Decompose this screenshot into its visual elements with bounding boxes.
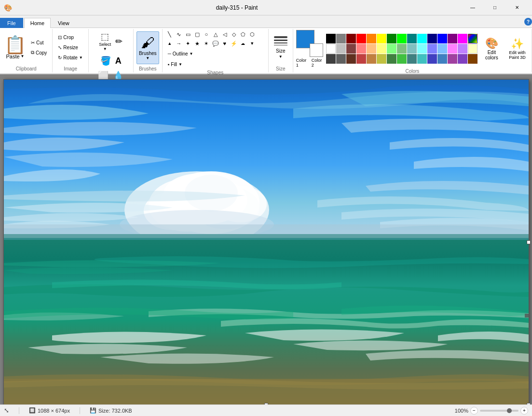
rotate-dropdown-icon[interactable]: ▼ [79,55,83,60]
swatch-steelblue[interactable] [437,54,447,64]
swatch-orange[interactable] [367,34,376,43]
swatch-maroon2[interactable] [468,54,477,64]
pentagon-shape[interactable]: ⬠ [239,30,247,39]
swatch-gray[interactable] [336,34,346,43]
swatch-teal[interactable] [407,34,417,43]
swatch-darkgreen2[interactable] [387,54,396,64]
swatch-rainbow[interactable] [468,34,477,43]
cloud-shape[interactable]: ☁ [239,39,247,48]
swatch-lavender[interactable] [458,44,467,54]
zoom-in-button[interactable]: + [520,407,528,415]
swatch-lightcyan2[interactable] [407,44,417,54]
minimize-button[interactable]: — [462,0,484,15]
swatch-pink[interactable] [356,44,366,54]
swatch-white[interactable] [326,44,336,54]
swatch-darkpink[interactable] [356,54,366,64]
line-shape[interactable]: ╲ [165,30,174,39]
fill-shape-button[interactable]: ▪ Fill ▼ [165,59,196,69]
swatch-lightpink2[interactable] [448,44,457,54]
canvas-area[interactable] [0,74,532,404]
painting[interactable] [4,80,529,404]
zoom-out-button[interactable]: − [470,407,478,415]
tab-view[interactable]: View [52,18,76,28]
tab-home[interactable]: Home [24,18,51,28]
swatch-darkred[interactable] [346,34,356,43]
curve-shape[interactable]: ∿ [175,30,183,39]
resize-button[interactable]: ⤡ Resize [55,43,81,53]
swatch-lightorange[interactable] [367,44,376,54]
swatch-lightcyan[interactable] [417,44,427,54]
zoom-thumb[interactable] [507,408,512,413]
rect-shape[interactable]: ▭ [184,30,192,39]
swatch-lightgreen2[interactable] [387,44,396,54]
swatch-cream[interactable] [468,44,477,54]
color2-box[interactable] [310,43,323,57]
tab-file[interactable]: File [0,18,23,28]
swatch-lightyellow[interactable] [377,44,386,54]
paste-button[interactable]: 📋 Paste ▼ [3,35,27,61]
resize-handle-bottom[interactable] [264,403,268,404]
help-button[interactable]: ? [524,18,532,26]
swatch-darkblue2[interactable] [427,54,437,64]
select-button[interactable]: ⬚ Select ▼ [97,30,112,53]
resize-handle-corner[interactable] [527,403,531,404]
brushes-button[interactable]: 🖌 Brushes ▼ [136,31,159,64]
swatch-magenta[interactable] [458,34,467,43]
swatch-medgray[interactable] [336,54,346,64]
hexagon-shape[interactable]: ⬡ [248,30,257,39]
swatch-medgreen2[interactable] [397,54,407,64]
arrow-shape[interactable]: → [175,39,183,48]
copy-button[interactable]: ⧉ Copy [28,48,49,57]
callout-shape[interactable]: 💬 [211,39,220,48]
heart-shape[interactable]: ♥ [220,39,229,48]
swatch-blue[interactable] [437,34,447,43]
maximize-button[interactable]: □ [484,0,506,15]
size-selector[interactable]: Size ▼ [272,31,290,64]
swatch-cyan[interactable] [417,34,427,43]
crop-button[interactable]: ⊡ Crop [55,33,76,42]
swatch-darkbrown2[interactable] [346,54,356,64]
swatch-indigo[interactable] [458,54,467,64]
close-button[interactable]: ✕ [506,0,528,15]
more2-shapes[interactable]: ▼ [248,39,257,48]
swatch-darkyellow[interactable] [377,54,386,64]
outline-button[interactable]: ─ Outline ▼ [165,49,196,58]
lightning-shape[interactable]: ⚡ [230,39,238,48]
swatch-silver[interactable] [336,44,346,54]
pencil-button[interactable]: ✏ [114,35,124,48]
swatch-lime[interactable] [397,34,407,43]
paste-dropdown-icon[interactable]: ▼ [21,54,25,58]
diamond-shape[interactable]: ◇ [230,30,238,39]
resize-handle-right[interactable] [527,240,531,244]
ellipse-shape[interactable]: ○ [202,30,211,39]
swatch-darkorange[interactable] [367,54,376,64]
swatch-yellow[interactable] [377,34,386,43]
star6-shape[interactable]: ✶ [202,39,211,48]
swatch-brown2[interactable] [346,44,356,54]
star4-shape[interactable]: ✦ [184,39,192,48]
swatch-medgreen[interactable] [397,44,407,54]
swatch-skyblue[interactable] [437,44,447,54]
triangle-shape[interactable]: △ [211,30,220,39]
swatch-red[interactable] [356,34,366,43]
swatch-navy[interactable] [427,34,437,43]
text-button[interactable]: A [114,55,123,68]
rtriangle-shape[interactable]: ◁ [220,30,229,39]
swatch-lightblue2[interactable] [427,44,437,54]
rounded-rect-shape[interactable]: ▢ [193,30,202,39]
swatch-darkgray[interactable] [326,54,336,64]
swatch-darkcyan[interactable] [417,54,427,64]
edit-colors-button[interactable]: 🎨 Edit colors [480,32,503,65]
swatch-purple[interactable] [448,34,457,43]
swatch-darkteal[interactable] [407,54,417,64]
fill-button[interactable]: 🪣 [99,54,112,68]
swatch-black[interactable] [326,34,336,43]
zoom-slider[interactable] [480,410,518,412]
cut-button[interactable]: ✂ Cut [28,38,49,47]
swatch-darkgreen[interactable] [387,34,396,43]
rotate-button[interactable]: ↻ Rotate ▼ [55,53,85,63]
swatch-darkpurple[interactable] [448,54,457,64]
edit-paint3d-button[interactable]: ✨ Edit with Paint 3D [506,32,529,65]
star5-shape[interactable]: ★ [193,39,202,48]
more-shapes[interactable]: ▲ [165,39,174,48]
